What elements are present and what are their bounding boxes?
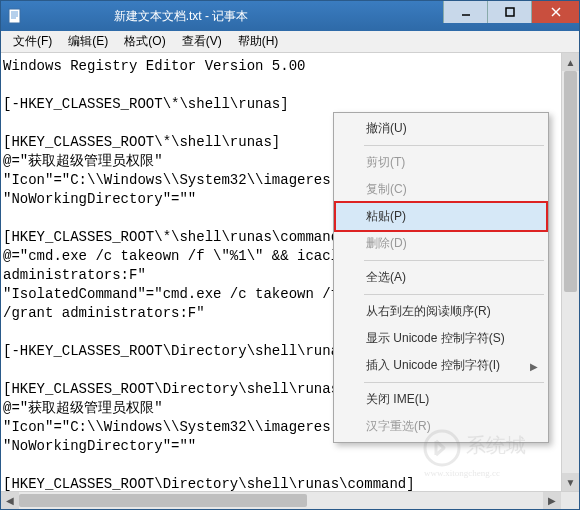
scroll-down-icon[interactable]: ▼ [562, 473, 579, 491]
ctx-cut[interactable]: 剪切(T) [336, 149, 546, 176]
ctx-insert-unicode[interactable]: 插入 Unicode 控制字符(I) ▶ [336, 352, 546, 379]
close-button[interactable] [531, 1, 579, 23]
menubar: 文件(F) 编辑(E) 格式(O) 查看(V) 帮助(H) [1, 31, 579, 53]
menu-file[interactable]: 文件(F) [5, 31, 60, 52]
scroll-up-icon[interactable]: ▲ [562, 53, 579, 71]
ctx-undo[interactable]: 撤消(U) [336, 115, 546, 142]
scroll-left-icon[interactable]: ◀ [1, 492, 19, 509]
scroll-track[interactable] [562, 71, 579, 473]
submenu-arrow-icon: ▶ [530, 360, 538, 371]
menu-view[interactable]: 查看(V) [174, 31, 230, 52]
hscroll-track[interactable] [19, 492, 543, 509]
ctx-paste[interactable]: 粘贴(P) [334, 201, 548, 232]
separator [364, 294, 544, 295]
ctx-hanzi-reselect[interactable]: 汉字重选(R) [336, 413, 546, 440]
window-controls [443, 1, 579, 31]
svg-rect-6 [506, 8, 514, 16]
menu-edit[interactable]: 编辑(E) [60, 31, 116, 52]
ctx-close-ime[interactable]: 关闭 IME(L) [336, 386, 546, 413]
ctx-copy[interactable]: 复制(C) [336, 176, 546, 203]
ctx-insert-unicode-label: 插入 Unicode 控制字符(I) [366, 358, 500, 372]
app-icon [7, 8, 23, 24]
hscroll-thumb[interactable] [19, 494, 307, 507]
vertical-scrollbar[interactable]: ▲ ▼ [561, 53, 579, 491]
context-menu: 撤消(U) 剪切(T) 复制(C) 粘贴(P) 删除(D) 全选(A) 从右到左… [333, 112, 549, 443]
menu-format[interactable]: 格式(O) [116, 31, 173, 52]
scroll-corner [561, 492, 579, 509]
ctx-select-all[interactable]: 全选(A) [336, 264, 546, 291]
separator [364, 260, 544, 261]
horizontal-scrollbar[interactable]: ◀ ▶ [1, 491, 579, 509]
scroll-thumb[interactable] [564, 71, 577, 292]
separator [364, 382, 544, 383]
ctx-show-unicode[interactable]: 显示 Unicode 控制字符(S) [336, 325, 546, 352]
titlebar[interactable]: 新建文本文档.txt - 记事本 [1, 1, 579, 31]
window-title: 新建文本文档.txt - 记事本 [29, 8, 443, 25]
maximize-button[interactable] [487, 1, 531, 23]
ctx-rtl-order[interactable]: 从右到左的阅读顺序(R) [336, 298, 546, 325]
minimize-button[interactable] [443, 1, 487, 23]
ctx-delete[interactable]: 删除(D) [336, 230, 546, 257]
menu-help[interactable]: 帮助(H) [230, 31, 287, 52]
separator [364, 145, 544, 146]
scroll-right-icon[interactable]: ▶ [543, 492, 561, 509]
